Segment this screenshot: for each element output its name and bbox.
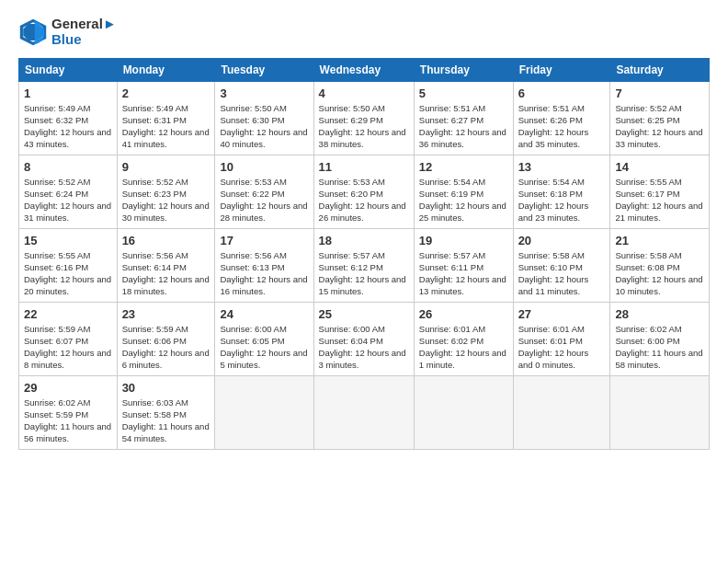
calendar-cell: 12Sunrise: 5:54 AMSunset: 6:19 PMDayligh… (414, 155, 513, 229)
day-info: Sunrise: 5:53 AMSunset: 6:22 PMDaylight:… (220, 177, 308, 224)
day-number: 17 (220, 233, 308, 249)
day-number: 21 (615, 233, 704, 249)
day-number: 10 (220, 159, 308, 176)
calendar-week-3: 15Sunrise: 5:55 AMSunset: 6:16 PMDayligh… (19, 229, 710, 303)
day-number: 22 (24, 306, 112, 323)
weekday-header-sunday: Sunday (19, 59, 118, 82)
day-info: Sunrise: 5:58 AMSunset: 6:08 PMDaylight:… (615, 250, 704, 297)
calendar-cell: 23Sunrise: 5:59 AMSunset: 6:06 PMDayligh… (117, 303, 215, 376)
day-info: Sunrise: 6:00 AMSunset: 6:05 PMDaylight:… (220, 324, 308, 371)
day-number: 19 (419, 233, 508, 249)
weekday-header-tuesday: Tuesday (215, 59, 313, 82)
calendar-cell: 16Sunrise: 5:56 AMSunset: 6:14 PMDayligh… (117, 229, 215, 303)
day-info: Sunrise: 6:02 AMSunset: 6:00 PMDaylight:… (615, 324, 704, 371)
day-number: 18 (319, 233, 409, 249)
calendar-cell: 8Sunrise: 5:52 AMSunset: 6:24 PMDaylight… (19, 155, 118, 229)
calendar-cell: 22Sunrise: 5:59 AMSunset: 6:07 PMDayligh… (19, 303, 118, 376)
day-info: Sunrise: 5:51 AMSunset: 6:27 PMDaylight:… (419, 103, 508, 150)
calendar-cell: 17Sunrise: 5:56 AMSunset: 6:13 PMDayligh… (215, 229, 313, 303)
day-number: 5 (419, 86, 508, 102)
calendar-cell: 26Sunrise: 6:01 AMSunset: 6:02 PMDayligh… (414, 303, 513, 376)
calendar-cell: 3Sunrise: 5:50 AMSunset: 6:30 PMDaylight… (215, 82, 313, 155)
day-number: 11 (319, 159, 409, 176)
day-number: 7 (615, 86, 704, 102)
day-info: Sunrise: 5:49 AMSunset: 6:31 PMDaylight:… (122, 103, 210, 150)
calendar-cell (215, 376, 313, 450)
day-number: 23 (122, 306, 210, 323)
calendar-cell (513, 376, 610, 450)
day-info: Sunrise: 5:50 AMSunset: 6:29 PMDaylight:… (319, 103, 409, 150)
calendar-cell: 20Sunrise: 5:58 AMSunset: 6:10 PMDayligh… (513, 229, 610, 303)
day-info: Sunrise: 5:55 AMSunset: 6:16 PMDaylight:… (24, 250, 112, 297)
calendar-cell: 25Sunrise: 6:00 AMSunset: 6:04 PMDayligh… (313, 303, 414, 376)
calendar-week-4: 22Sunrise: 5:59 AMSunset: 6:07 PMDayligh… (19, 303, 710, 376)
day-number: 16 (122, 233, 210, 249)
day-number: 13 (518, 159, 606, 176)
calendar-cell (414, 376, 513, 450)
day-info: Sunrise: 5:49 AMSunset: 6:32 PMDaylight:… (24, 103, 112, 150)
logo: General► Blue (18, 17, 117, 47)
weekday-header-thursday: Thursday (414, 59, 513, 82)
calendar-cell: 21Sunrise: 5:58 AMSunset: 6:08 PMDayligh… (610, 229, 710, 303)
day-number: 9 (122, 159, 210, 176)
calendar-cell: 19Sunrise: 5:57 AMSunset: 6:11 PMDayligh… (414, 229, 513, 303)
day-number: 20 (518, 233, 606, 249)
header: General► Blue (18, 17, 710, 47)
day-info: Sunrise: 5:54 AMSunset: 6:19 PMDaylight:… (419, 177, 508, 224)
day-number: 28 (615, 306, 704, 323)
day-number: 29 (24, 380, 112, 396)
calendar-cell: 5Sunrise: 5:51 AMSunset: 6:27 PMDaylight… (414, 82, 513, 155)
day-number: 25 (319, 306, 409, 323)
logo-icon (18, 17, 48, 47)
day-number: 14 (615, 159, 704, 176)
day-info: Sunrise: 6:00 AMSunset: 6:04 PMDaylight:… (319, 324, 409, 371)
calendar-cell: 6Sunrise: 5:51 AMSunset: 6:26 PMDaylight… (513, 82, 610, 155)
calendar-cell: 11Sunrise: 5:53 AMSunset: 6:20 PMDayligh… (313, 155, 414, 229)
calendar-cell: 30Sunrise: 6:03 AMSunset: 5:58 PMDayligh… (117, 376, 215, 450)
calendar-cell: 14Sunrise: 5:55 AMSunset: 6:17 PMDayligh… (610, 155, 710, 229)
calendar-cell: 10Sunrise: 5:53 AMSunset: 6:22 PMDayligh… (215, 155, 313, 229)
calendar-cell: 13Sunrise: 5:54 AMSunset: 6:18 PMDayligh… (513, 155, 610, 229)
weekday-header-friday: Friday (513, 59, 610, 82)
day-info: Sunrise: 5:57 AMSunset: 6:11 PMDaylight:… (419, 250, 508, 297)
calendar-table: SundayMondayTuesdayWednesdayThursdayFrid… (18, 58, 710, 450)
calendar-week-5: 29Sunrise: 6:02 AMSunset: 5:59 PMDayligh… (19, 376, 710, 450)
day-info: Sunrise: 5:54 AMSunset: 6:18 PMDaylight:… (518, 177, 606, 224)
calendar-cell: 9Sunrise: 5:52 AMSunset: 6:23 PMDaylight… (117, 155, 215, 229)
calendar-cell (313, 376, 414, 450)
calendar-cell: 24Sunrise: 6:00 AMSunset: 6:05 PMDayligh… (215, 303, 313, 376)
day-info: Sunrise: 5:55 AMSunset: 6:17 PMDaylight:… (615, 177, 704, 224)
calendar-week-1: 1Sunrise: 5:49 AMSunset: 6:32 PMDaylight… (19, 82, 710, 155)
weekday-header-wednesday: Wednesday (313, 59, 414, 82)
day-number: 12 (419, 159, 508, 176)
day-number: 24 (220, 306, 308, 323)
day-number: 26 (419, 306, 508, 323)
day-info: Sunrise: 5:52 AMSunset: 6:23 PMDaylight:… (122, 177, 210, 224)
day-info: Sunrise: 5:50 AMSunset: 6:30 PMDaylight:… (220, 103, 308, 150)
weekday-header-saturday: Saturday (610, 59, 710, 82)
weekday-header-monday: Monday (117, 59, 215, 82)
day-number: 3 (220, 86, 308, 102)
day-number: 6 (518, 86, 606, 102)
day-number: 27 (518, 306, 606, 323)
calendar-cell: 27Sunrise: 6:01 AMSunset: 6:01 PMDayligh… (513, 303, 610, 376)
day-info: Sunrise: 5:52 AMSunset: 6:24 PMDaylight:… (24, 177, 112, 224)
day-info: Sunrise: 5:58 AMSunset: 6:10 PMDaylight:… (518, 250, 606, 297)
day-info: Sunrise: 5:56 AMSunset: 6:14 PMDaylight:… (122, 250, 210, 297)
day-info: Sunrise: 5:59 AMSunset: 6:07 PMDaylight:… (24, 324, 112, 371)
calendar-cell: 15Sunrise: 5:55 AMSunset: 6:16 PMDayligh… (19, 229, 118, 303)
day-info: Sunrise: 5:53 AMSunset: 6:20 PMDaylight:… (319, 177, 409, 224)
calendar-cell: 28Sunrise: 6:02 AMSunset: 6:00 PMDayligh… (610, 303, 710, 376)
logo-text: General► Blue (51, 17, 117, 47)
day-info: Sunrise: 5:59 AMSunset: 6:06 PMDaylight:… (122, 324, 210, 371)
calendar-cell: 7Sunrise: 5:52 AMSunset: 6:25 PMDaylight… (610, 82, 710, 155)
day-info: Sunrise: 5:56 AMSunset: 6:13 PMDaylight:… (220, 250, 308, 297)
calendar-week-2: 8Sunrise: 5:52 AMSunset: 6:24 PMDaylight… (19, 155, 710, 229)
day-info: Sunrise: 6:02 AMSunset: 5:59 PMDaylight:… (24, 397, 112, 444)
calendar-cell: 2Sunrise: 5:49 AMSunset: 6:31 PMDaylight… (117, 82, 215, 155)
day-number: 8 (24, 159, 112, 176)
day-number: 2 (122, 86, 210, 102)
day-info: Sunrise: 6:01 AMSunset: 6:01 PMDaylight:… (518, 324, 606, 371)
day-info: Sunrise: 5:52 AMSunset: 6:25 PMDaylight:… (615, 103, 704, 150)
calendar-cell (610, 376, 710, 450)
